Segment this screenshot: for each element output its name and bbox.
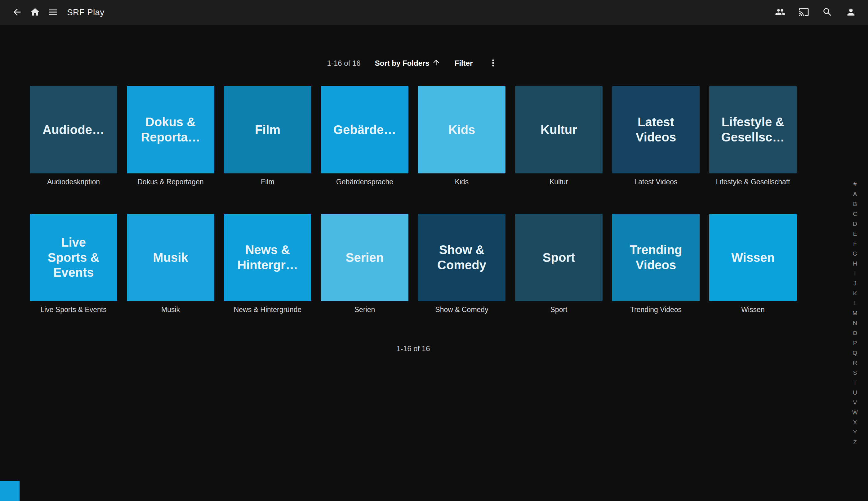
library-tile-musik[interactable]: Musik Musik: [127, 214, 214, 314]
menu-button[interactable]: [44, 3, 62, 21]
app-page: SRF Play: [0, 0, 868, 501]
alpha-picker-letter[interactable]: T: [853, 378, 857, 388]
tile-caption: Sport: [515, 306, 603, 314]
alpha-picker-letter[interactable]: R: [853, 358, 857, 368]
alpha-picker-letter[interactable]: P: [853, 338, 857, 348]
tile-title: Musik: [149, 250, 192, 265]
alpha-picker-letter[interactable]: D: [853, 219, 857, 229]
tile-title: Wissen: [728, 250, 778, 265]
library-tile-sport[interactable]: Sport Sport: [515, 214, 603, 314]
library-tile-lifestyle-gesellschaft[interactable]: Lifestyle & Gesellsc… Lifestyle & Gesell…: [709, 86, 797, 186]
alpha-picker-letter[interactable]: A: [853, 189, 857, 199]
alpha-picker-letter[interactable]: M: [853, 308, 857, 318]
tile-caption: Kids: [418, 178, 506, 186]
alpha-picker: #ABCDEFGHIJKLMNOPQRSTUVWXYZ: [851, 179, 859, 447]
tile-title: News & Hintergr…: [234, 242, 302, 273]
tile-card: Wissen: [709, 214, 797, 301]
alpha-picker-letter[interactable]: E: [853, 229, 857, 239]
alpha-picker-letter[interactable]: W: [852, 408, 858, 417]
library-tile-latest-videos[interactable]: Latest Videos Latest Videos: [612, 86, 699, 186]
tile-card: Show & Comedy: [418, 214, 506, 301]
tile-title: Show & Comedy: [434, 242, 490, 273]
tile-title: Dokus & Reporta…: [137, 115, 204, 145]
tile-title: Film: [251, 122, 284, 137]
footer-item-count: 1-16 of 16: [30, 344, 797, 353]
library-tile-kultur[interactable]: Kultur Kultur: [515, 86, 603, 186]
tile-caption: Dokus & Reportagen: [127, 178, 214, 186]
tile-card: Lifestyle & Gesellsc…: [709, 86, 797, 173]
alpha-picker-letter[interactable]: Y: [853, 427, 857, 437]
partial-offscreen-tile: [0, 481, 20, 501]
tile-caption: Wissen: [709, 306, 797, 314]
home-icon: [30, 7, 40, 18]
back-button[interactable]: [8, 3, 26, 21]
alpha-picker-letter[interactable]: Z: [853, 437, 857, 447]
tile-title: Trending Videos: [626, 242, 686, 273]
tile-card: Latest Videos: [612, 86, 699, 173]
library-tile-show-comedy[interactable]: Show & Comedy Show & Comedy: [418, 214, 506, 314]
alpha-picker-letter[interactable]: X: [853, 417, 857, 427]
alpha-picker-letter[interactable]: H: [853, 259, 857, 269]
tile-title: Latest Videos: [632, 115, 680, 145]
alpha-picker-letter[interactable]: I: [854, 269, 856, 279]
tile-title: Live Sports & Events: [44, 235, 103, 280]
library-tile-audiodeskription[interactable]: Audiode… Audiodeskription: [30, 86, 117, 186]
alpha-picker-letter[interactable]: V: [853, 398, 857, 408]
cast-button[interactable]: [795, 3, 813, 21]
tile-card: Kids: [418, 86, 506, 173]
user-button[interactable]: [842, 3, 860, 21]
toolbar: 1-16 of 16 Sort by Folders Filter: [30, 55, 797, 71]
tile-title: Audiode…: [39, 122, 108, 137]
library-tile-wissen[interactable]: Wissen Wissen: [709, 214, 797, 314]
sort-button-label: Sort by Folders: [375, 59, 430, 68]
sort-button[interactable]: Sort by Folders: [375, 58, 440, 68]
tile-title: Kids: [445, 122, 479, 137]
more-options-button[interactable]: [487, 57, 499, 70]
person-icon: [846, 7, 856, 18]
tile-title: Lifestyle & Gesellsc…: [718, 115, 789, 145]
cast-icon: [799, 7, 809, 18]
item-count: 1-16 of 16: [327, 59, 361, 68]
search-icon: [822, 7, 833, 18]
alpha-picker-letter[interactable]: #: [854, 179, 857, 189]
library-tile-kids[interactable]: Kids Kids: [418, 86, 506, 186]
alpha-picker-letter[interactable]: Q: [853, 348, 857, 358]
alpha-picker-letter[interactable]: K: [853, 288, 857, 298]
library-tile-gebaerdensprache[interactable]: Gebärde… Gebärdensprache: [321, 86, 409, 186]
home-button[interactable]: [26, 3, 44, 21]
alpha-picker-letter[interactable]: O: [853, 328, 857, 338]
tile-caption: Musik: [127, 306, 214, 314]
library-tile-dokus-reportagen[interactable]: Dokus & Reporta… Dokus & Reportagen: [127, 86, 214, 186]
alpha-picker-letter[interactable]: U: [853, 388, 857, 398]
filter-button[interactable]: Filter: [455, 59, 473, 68]
alpha-picker-letter[interactable]: N: [853, 318, 857, 328]
tile-card: Trending Videos: [612, 214, 699, 301]
tile-card: Film: [224, 86, 311, 173]
library-tile-live-sports-events[interactable]: Live Sports & Events Live Sports & Event…: [30, 214, 117, 314]
tile-card: Dokus & Reporta…: [127, 86, 214, 173]
alpha-picker-letter[interactable]: L: [854, 298, 857, 308]
tile-card: Live Sports & Events: [30, 214, 117, 301]
tile-caption: Latest Videos: [612, 178, 699, 186]
search-button[interactable]: [818, 3, 836, 21]
tile-title: Serien: [342, 250, 387, 265]
appbar-actions: [771, 3, 860, 21]
library-tile-film[interactable]: Film Film: [224, 86, 311, 186]
hamburger-menu-icon: [48, 7, 58, 18]
app-bar: SRF Play: [0, 0, 868, 25]
tile-title: Kultur: [537, 122, 581, 137]
library-tile-news-hintergruende[interactable]: News & Hintergr… News & Hintergründe: [224, 214, 311, 314]
alpha-picker-letter[interactable]: B: [853, 199, 857, 209]
tile-card: Audiode…: [30, 86, 117, 173]
tile-card: News & Hintergr…: [224, 214, 311, 301]
tile-caption: Serien: [321, 306, 409, 314]
syncplay-button[interactable]: [771, 3, 789, 21]
alpha-picker-letter[interactable]: C: [853, 209, 857, 219]
alpha-picker-letter[interactable]: F: [853, 239, 857, 249]
alpha-picker-letter[interactable]: J: [854, 279, 857, 288]
alpha-picker-letter[interactable]: G: [853, 249, 857, 259]
library-tile-trending-videos[interactable]: Trending Videos Trending Videos: [612, 214, 699, 314]
alpha-picker-letter[interactable]: S: [853, 368, 857, 378]
arrow-back-icon: [12, 7, 22, 18]
library-tile-serien[interactable]: Serien Serien: [321, 214, 409, 314]
